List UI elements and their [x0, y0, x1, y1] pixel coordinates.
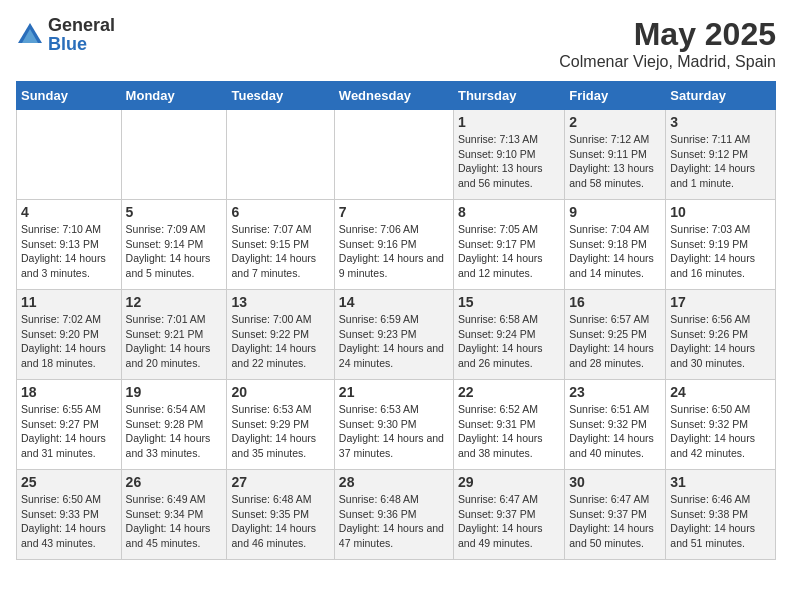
calendar-cell [121, 110, 227, 200]
calendar-cell: 14Sunrise: 6:59 AMSunset: 9:23 PMDayligh… [334, 290, 453, 380]
calendar-cell: 26Sunrise: 6:49 AMSunset: 9:34 PMDayligh… [121, 470, 227, 560]
day-info: Sunrise: 7:06 AMSunset: 9:16 PMDaylight:… [339, 222, 449, 281]
day-number: 31 [670, 474, 771, 490]
day-number: 9 [569, 204, 661, 220]
day-info: Sunrise: 6:51 AMSunset: 9:32 PMDaylight:… [569, 402, 661, 461]
day-number: 15 [458, 294, 560, 310]
calendar-cell: 30Sunrise: 6:47 AMSunset: 9:37 PMDayligh… [565, 470, 666, 560]
day-info: Sunrise: 6:52 AMSunset: 9:31 PMDaylight:… [458, 402, 560, 461]
day-info: Sunrise: 7:04 AMSunset: 9:18 PMDaylight:… [569, 222, 661, 281]
day-info: Sunrise: 6:47 AMSunset: 9:37 PMDaylight:… [458, 492, 560, 551]
day-info: Sunrise: 7:11 AMSunset: 9:12 PMDaylight:… [670, 132, 771, 191]
day-number: 7 [339, 204, 449, 220]
calendar-cell: 22Sunrise: 6:52 AMSunset: 9:31 PMDayligh… [453, 380, 564, 470]
header-day: Saturday [666, 82, 776, 110]
header-day: Friday [565, 82, 666, 110]
calendar-cell: 13Sunrise: 7:00 AMSunset: 9:22 PMDayligh… [227, 290, 334, 380]
calendar-cell: 29Sunrise: 6:47 AMSunset: 9:37 PMDayligh… [453, 470, 564, 560]
day-number: 11 [21, 294, 117, 310]
day-info: Sunrise: 6:48 AMSunset: 9:36 PMDaylight:… [339, 492, 449, 551]
day-number: 21 [339, 384, 449, 400]
day-number: 3 [670, 114, 771, 130]
header-row: SundayMondayTuesdayWednesdayThursdayFrid… [17, 82, 776, 110]
day-info: Sunrise: 6:49 AMSunset: 9:34 PMDaylight:… [126, 492, 223, 551]
day-info: Sunrise: 6:56 AMSunset: 9:26 PMDaylight:… [670, 312, 771, 371]
day-number: 26 [126, 474, 223, 490]
header-day: Monday [121, 82, 227, 110]
logo-text-blue: Blue [48, 34, 87, 54]
day-number: 25 [21, 474, 117, 490]
day-number: 24 [670, 384, 771, 400]
calendar-week-row: 18Sunrise: 6:55 AMSunset: 9:27 PMDayligh… [17, 380, 776, 470]
calendar-cell: 18Sunrise: 6:55 AMSunset: 9:27 PMDayligh… [17, 380, 122, 470]
header-day: Wednesday [334, 82, 453, 110]
day-number: 6 [231, 204, 329, 220]
day-number: 30 [569, 474, 661, 490]
calendar-cell [334, 110, 453, 200]
main-title: May 2025 [559, 16, 776, 53]
logo: General Blue [16, 16, 115, 54]
calendar-cell: 21Sunrise: 6:53 AMSunset: 9:30 PMDayligh… [334, 380, 453, 470]
day-info: Sunrise: 7:03 AMSunset: 9:19 PMDaylight:… [670, 222, 771, 281]
day-number: 27 [231, 474, 329, 490]
calendar-week-row: 11Sunrise: 7:02 AMSunset: 9:20 PMDayligh… [17, 290, 776, 380]
day-number: 13 [231, 294, 329, 310]
calendar-week-row: 25Sunrise: 6:50 AMSunset: 9:33 PMDayligh… [17, 470, 776, 560]
calendar-cell: 10Sunrise: 7:03 AMSunset: 9:19 PMDayligh… [666, 200, 776, 290]
day-info: Sunrise: 7:13 AMSunset: 9:10 PMDaylight:… [458, 132, 560, 191]
logo-text-general: General [48, 15, 115, 35]
day-info: Sunrise: 6:50 AMSunset: 9:33 PMDaylight:… [21, 492, 117, 551]
calendar-cell: 17Sunrise: 6:56 AMSunset: 9:26 PMDayligh… [666, 290, 776, 380]
day-info: Sunrise: 6:46 AMSunset: 9:38 PMDaylight:… [670, 492, 771, 551]
day-info: Sunrise: 7:12 AMSunset: 9:11 PMDaylight:… [569, 132, 661, 191]
day-number: 2 [569, 114, 661, 130]
day-info: Sunrise: 6:53 AMSunset: 9:30 PMDaylight:… [339, 402, 449, 461]
title-block: May 2025 Colmenar Viejo, Madrid, Spain [559, 16, 776, 71]
calendar-cell: 27Sunrise: 6:48 AMSunset: 9:35 PMDayligh… [227, 470, 334, 560]
day-number: 18 [21, 384, 117, 400]
calendar-cell: 9Sunrise: 7:04 AMSunset: 9:18 PMDaylight… [565, 200, 666, 290]
calendar-cell: 25Sunrise: 6:50 AMSunset: 9:33 PMDayligh… [17, 470, 122, 560]
day-number: 22 [458, 384, 560, 400]
calendar-cell: 28Sunrise: 6:48 AMSunset: 9:36 PMDayligh… [334, 470, 453, 560]
day-info: Sunrise: 6:48 AMSunset: 9:35 PMDaylight:… [231, 492, 329, 551]
calendar-cell: 15Sunrise: 6:58 AMSunset: 9:24 PMDayligh… [453, 290, 564, 380]
calendar-cell: 24Sunrise: 6:50 AMSunset: 9:32 PMDayligh… [666, 380, 776, 470]
day-info: Sunrise: 6:55 AMSunset: 9:27 PMDaylight:… [21, 402, 117, 461]
header-day: Tuesday [227, 82, 334, 110]
calendar-cell [227, 110, 334, 200]
day-info: Sunrise: 7:02 AMSunset: 9:20 PMDaylight:… [21, 312, 117, 371]
day-number: 19 [126, 384, 223, 400]
day-info: Sunrise: 7:05 AMSunset: 9:17 PMDaylight:… [458, 222, 560, 281]
calendar-cell: 3Sunrise: 7:11 AMSunset: 9:12 PMDaylight… [666, 110, 776, 200]
day-number: 12 [126, 294, 223, 310]
calendar-cell: 7Sunrise: 7:06 AMSunset: 9:16 PMDaylight… [334, 200, 453, 290]
calendar-week-row: 4Sunrise: 7:10 AMSunset: 9:13 PMDaylight… [17, 200, 776, 290]
calendar-cell [17, 110, 122, 200]
day-number: 8 [458, 204, 560, 220]
day-info: Sunrise: 6:53 AMSunset: 9:29 PMDaylight:… [231, 402, 329, 461]
day-info: Sunrise: 7:00 AMSunset: 9:22 PMDaylight:… [231, 312, 329, 371]
calendar-cell: 5Sunrise: 7:09 AMSunset: 9:14 PMDaylight… [121, 200, 227, 290]
calendar-cell: 19Sunrise: 6:54 AMSunset: 9:28 PMDayligh… [121, 380, 227, 470]
calendar-cell: 2Sunrise: 7:12 AMSunset: 9:11 PMDaylight… [565, 110, 666, 200]
calendar-cell: 31Sunrise: 6:46 AMSunset: 9:38 PMDayligh… [666, 470, 776, 560]
day-number: 28 [339, 474, 449, 490]
header-day: Sunday [17, 82, 122, 110]
calendar-cell: 4Sunrise: 7:10 AMSunset: 9:13 PMDaylight… [17, 200, 122, 290]
day-number: 4 [21, 204, 117, 220]
calendar-table: SundayMondayTuesdayWednesdayThursdayFrid… [16, 81, 776, 560]
calendar-cell: 8Sunrise: 7:05 AMSunset: 9:17 PMDaylight… [453, 200, 564, 290]
header-day: Thursday [453, 82, 564, 110]
day-number: 16 [569, 294, 661, 310]
logo-icon [16, 21, 44, 49]
day-info: Sunrise: 7:10 AMSunset: 9:13 PMDaylight:… [21, 222, 117, 281]
day-number: 1 [458, 114, 560, 130]
day-info: Sunrise: 7:09 AMSunset: 9:14 PMDaylight:… [126, 222, 223, 281]
day-number: 23 [569, 384, 661, 400]
day-info: Sunrise: 6:50 AMSunset: 9:32 PMDaylight:… [670, 402, 771, 461]
calendar-cell: 16Sunrise: 6:57 AMSunset: 9:25 PMDayligh… [565, 290, 666, 380]
day-info: Sunrise: 6:59 AMSunset: 9:23 PMDaylight:… [339, 312, 449, 371]
day-info: Sunrise: 6:57 AMSunset: 9:25 PMDaylight:… [569, 312, 661, 371]
day-number: 14 [339, 294, 449, 310]
